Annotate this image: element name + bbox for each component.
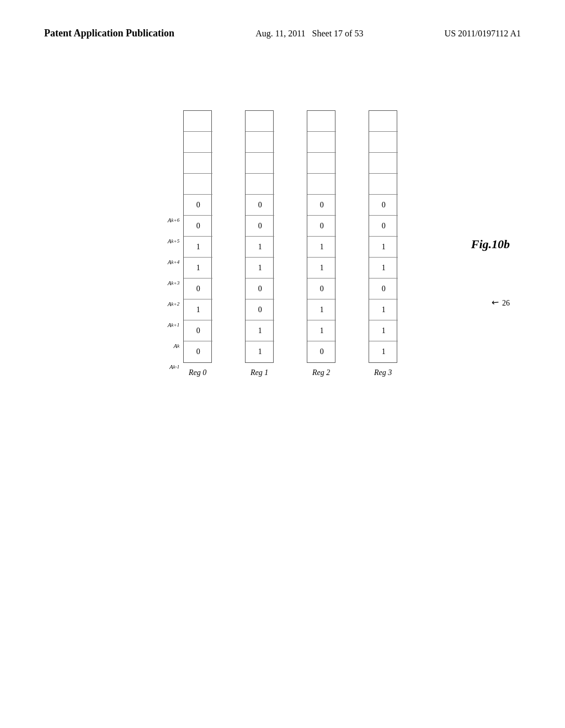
cell-r3-7: 1 (369, 258, 398, 279)
reg2-label: Reg 2 (312, 368, 330, 377)
cell-r2-5: 0 (307, 216, 336, 237)
reg0-wrapper: Ak+6 Ak+5 Ak+4 Ak+3 Ak+2 Ak+1 Ak Ak-1 0 … (168, 110, 212, 377)
reg2-wrapper: 0 0 1 1 0 1 1 0 Reg 2 (307, 110, 335, 377)
col-label-ak: Ak (173, 335, 181, 356)
cell-r1-7: 1 (246, 258, 274, 279)
reg1-label: Reg 1 (250, 368, 268, 377)
col-label-ak4: Ak+4 (168, 251, 181, 272)
cell-r2-9: 1 (307, 299, 336, 320)
cell-r0-10: 0 (184, 320, 212, 341)
cell-r2-7: 1 (307, 258, 336, 279)
publication-title: Patent Application Publication (44, 28, 174, 39)
cell-r2-6: 1 (307, 237, 336, 258)
reg0-label: Reg 0 (189, 368, 206, 377)
header: Patent Application Publication Aug. 11, … (0, 26, 565, 41)
cell-r3-0 (369, 111, 398, 132)
cell-r0-7: 1 (184, 258, 212, 279)
cell-r2-3 (307, 174, 336, 195)
register-3: 0 0 1 1 0 1 1 1 (369, 110, 397, 363)
col-label-ak2: Ak+2 (168, 293, 181, 314)
cell-r1-6: 1 (246, 237, 274, 258)
col-label-ak5: Ak+5 (168, 231, 181, 251)
cell-r0-3 (184, 174, 212, 195)
cell-r0-4: 0 (184, 195, 212, 216)
col-label-empty1 (179, 126, 181, 147)
cell-r2-4: 0 (307, 195, 336, 216)
cell-r0-8: 0 (184, 279, 212, 299)
cell-r2-11: 0 (307, 341, 336, 362)
cell-r1-10: 1 (246, 320, 274, 341)
cell-r1-4: 0 (246, 195, 274, 216)
cell-r1-8: 0 (246, 279, 274, 299)
col-label-ak-1: Ak-1 (169, 356, 181, 377)
figure-area: Ak+6 Ak+5 Ak+4 Ak+3 Ak+2 Ak+1 Ak Ak-1 0 … (33, 110, 532, 673)
col-label-empty3 (179, 168, 181, 189)
col-label-ak3: Ak+3 (168, 272, 181, 293)
cell-r3-2 (369, 153, 398, 174)
cell-r0-2 (184, 153, 212, 174)
cell-r3-5: 0 (369, 216, 398, 237)
cell-r2-0 (307, 111, 336, 132)
cell-r3-11: 1 (369, 341, 398, 362)
cell-r0-1 (184, 132, 212, 153)
cell-r3-6: 1 (369, 237, 398, 258)
header-center: Aug. 11, 2011 Sheet 17 of 53 (255, 26, 363, 41)
cell-r1-1 (246, 132, 274, 153)
cell-r3-1 (369, 132, 398, 153)
header-left: Patent Application Publication (44, 26, 174, 40)
cell-r3-4: 0 (369, 195, 398, 216)
cell-r1-11: 1 (246, 341, 274, 362)
col-label-empty2 (179, 147, 181, 168)
cell-r1-2 (246, 153, 274, 174)
cell-r3-9: 1 (369, 299, 398, 320)
cell-r3-3 (369, 174, 398, 195)
register-1: 0 0 1 1 0 0 1 1 (245, 110, 274, 363)
register-2: 0 0 1 1 0 1 1 0 (307, 110, 335, 363)
reg1-wrapper: 0 0 1 1 0 0 1 1 Reg 1 (245, 110, 274, 377)
pub-date: Aug. 11, 2011 (255, 29, 305, 38)
col-label-ak1: Ak+1 (168, 314, 181, 335)
cell-r1-0 (246, 111, 274, 132)
figure-label: Fig.10b (471, 237, 510, 251)
ref-number-group: ↗ 26 (492, 298, 510, 308)
col-label-ak6: Ak+6 (168, 210, 181, 231)
register-0: 0 0 1 1 0 1 0 0 (183, 110, 212, 363)
cell-r0-11: 0 (184, 341, 212, 362)
col-label-empty4 (179, 189, 181, 210)
cell-r1-3 (246, 174, 274, 195)
cell-r0-0 (184, 111, 212, 132)
cell-r1-9: 0 (246, 299, 274, 320)
reg0-col: 0 0 1 1 0 1 0 0 Reg 0 (183, 110, 212, 377)
cell-r1-5: 0 (246, 216, 274, 237)
cell-r2-10: 1 (307, 320, 336, 341)
cell-r2-2 (307, 153, 336, 174)
ref-number-label: 26 (502, 299, 510, 308)
patent-number: US 2011/0197112 A1 (445, 29, 521, 38)
cell-r3-10: 1 (369, 320, 398, 341)
cell-r0-6: 1 (184, 237, 212, 258)
cell-r0-5: 0 (184, 216, 212, 237)
cell-r3-8: 0 (369, 279, 398, 299)
sheet-info: Sheet 17 of 53 (312, 29, 364, 38)
cell-r2-8: 0 (307, 279, 336, 299)
reg3-wrapper: 0 0 1 1 0 1 1 1 Reg 3 (369, 110, 397, 377)
reg3-label: Reg 3 (374, 368, 392, 377)
cell-r2-1 (307, 132, 336, 153)
col-labels: Ak+6 Ak+5 Ak+4 Ak+3 Ak+2 Ak+1 Ak Ak-1 (168, 126, 181, 377)
cell-r0-9: 1 (184, 299, 212, 320)
header-right: US 2011/0197112 A1 (445, 26, 521, 41)
